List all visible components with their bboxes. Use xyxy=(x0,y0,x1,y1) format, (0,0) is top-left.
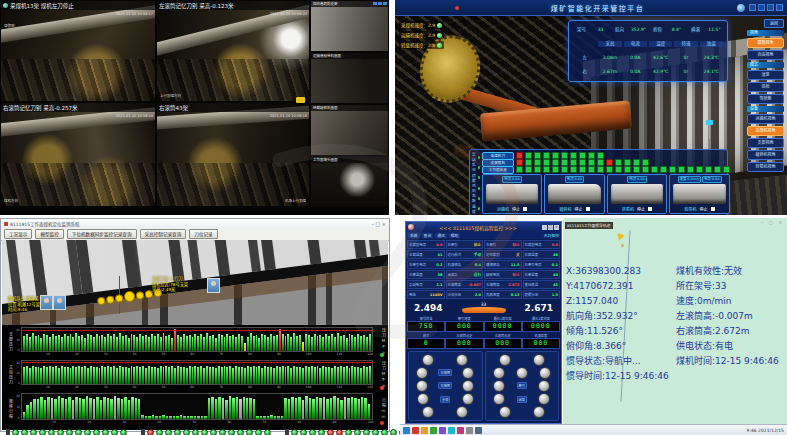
taskbar-app-icon[interactable] xyxy=(421,427,428,434)
support-dot[interactable] xyxy=(75,429,82,435)
support-dot[interactable] xyxy=(291,429,298,435)
thumbnail-camera[interactable]: 转载破碎机画面 xyxy=(311,105,388,155)
control-button[interactable] xyxy=(456,406,468,418)
taskbar-app-icon[interactable] xyxy=(403,427,410,434)
support-dot[interactable] xyxy=(48,429,55,435)
thumbnail-tool-icons[interactable] xyxy=(373,2,387,5)
control-button[interactable] xyxy=(416,367,428,379)
control-button[interactable] xyxy=(462,367,474,379)
support-dot[interactable] xyxy=(228,429,235,435)
strip-label-chip[interactable]: 工作面找直 xyxy=(482,166,514,174)
support-dot[interactable] xyxy=(102,429,109,435)
support-dot[interactable] xyxy=(300,429,307,435)
support-dot[interactable] xyxy=(246,429,253,435)
toolbar-button[interactable]: 工况显示 xyxy=(4,229,32,239)
view-button[interactable]: 采煤机视角 xyxy=(747,126,784,136)
menu-item[interactable]: 帮助 xyxy=(449,233,461,238)
support-dot[interactable] xyxy=(327,429,334,435)
machine-stop-icon[interactable] xyxy=(523,207,527,211)
operator-avatar[interactable] xyxy=(207,278,220,293)
taskbar-app-icon[interactable] xyxy=(457,427,464,434)
control-button[interactable] xyxy=(516,367,528,379)
support-dot[interactable] xyxy=(21,429,28,435)
system-tray-clock[interactable]: 9:46 2021/12/15 xyxy=(747,428,784,433)
camera-1[interactable]: 采煤机13架 煤机左刀停止 2021-01-10 10:58:17 煤壁侧 xyxy=(1,1,155,101)
view-button[interactable]: 运输机视角 xyxy=(747,114,784,124)
support-dot[interactable] xyxy=(345,429,352,435)
control-button[interactable] xyxy=(538,393,550,405)
control-button[interactable] xyxy=(533,406,545,418)
support-dot[interactable] xyxy=(12,429,19,435)
menu-item[interactable]: 系统 xyxy=(408,233,420,238)
machine-card[interactable]: 电流 0.0A转载机停止 xyxy=(607,174,668,214)
control-button[interactable] xyxy=(533,354,545,366)
panel-window-controls[interactable]: –□× xyxy=(542,225,559,230)
taskbar-app-icon[interactable] xyxy=(412,427,419,434)
taskbar-app-icon[interactable] xyxy=(439,427,446,434)
menu-item[interactable]: 查询 xyxy=(422,233,434,238)
support-dot[interactable] xyxy=(381,429,388,435)
toolbar-button[interactable]: 刀位记录 xyxy=(189,229,217,239)
control-button[interactable] xyxy=(416,380,428,392)
machine-card[interactable]: 电流 0.0A运输机停止 xyxy=(482,174,543,214)
control-button[interactable] xyxy=(422,406,434,418)
toolbar-button[interactable]: 下位机数据同步监控记录查询 xyxy=(67,229,137,239)
control-button[interactable] xyxy=(539,367,551,379)
machine-stop-icon[interactable] xyxy=(586,207,590,211)
camera-2[interactable]: 左滚筒记忆刀别 采高-0.123米 2021-01-10 10:58:20 上行… xyxy=(157,1,309,101)
control-button[interactable] xyxy=(462,393,474,405)
control-button[interactable] xyxy=(538,380,550,392)
view-button[interactable]: 支架视角 xyxy=(747,138,784,148)
taskbar-app-icon[interactable] xyxy=(448,427,455,434)
support-dot[interactable] xyxy=(372,429,379,435)
support-dot[interactable] xyxy=(84,429,91,435)
support-dot[interactable] xyxy=(219,429,226,435)
thumbnail-camera[interactable]: 回风巷超前支架 xyxy=(311,1,388,51)
support-dot[interactable] xyxy=(318,429,325,435)
control-button[interactable] xyxy=(462,380,474,392)
taskbar-app-icon[interactable] xyxy=(466,427,473,434)
taskbar-app-icon[interactable] xyxy=(475,427,482,434)
nav-window-controls[interactable]: – □ × xyxy=(761,220,784,225)
support-dot[interactable] xyxy=(165,429,172,435)
support-dot[interactable] xyxy=(39,429,46,435)
support-dot[interactable] xyxy=(57,429,64,435)
support-dot[interactable] xyxy=(192,429,199,435)
camera-4[interactable]: 右滚筒43架 2021-01-10 10:58:18 机身上行割煤 xyxy=(157,103,309,206)
support-dot[interactable] xyxy=(309,429,316,435)
machine-card[interactable]: 电流 0.0A破碎机停止 xyxy=(544,174,605,214)
machine-stop-icon[interactable] xyxy=(648,207,652,211)
support-dot[interactable] xyxy=(174,429,181,435)
support-dot[interactable] xyxy=(363,429,370,435)
crew-avatar-1[interactable] xyxy=(40,295,53,310)
view-button[interactable]: 自由视角 xyxy=(747,50,784,60)
view-button[interactable]: 破碎机视角 xyxy=(747,150,784,160)
view-button[interactable]: 转载机视角 xyxy=(747,162,784,172)
control-button[interactable] xyxy=(456,354,468,366)
support-dot[interactable] xyxy=(237,429,244,435)
view-button[interactable]: 驾驶舱 xyxy=(747,94,784,104)
taskbar-app-icon[interactable] xyxy=(430,427,437,434)
support-dot[interactable] xyxy=(390,429,397,435)
support-dot[interactable] xyxy=(354,429,361,435)
support-dot[interactable] xyxy=(120,429,127,435)
support-dot[interactable] xyxy=(336,429,343,435)
support-dot[interactable] xyxy=(255,429,262,435)
toolbar-button[interactable]: 采高控制记录查询 xyxy=(140,229,187,239)
support-dot[interactable] xyxy=(93,429,100,435)
control-button[interactable] xyxy=(493,380,505,392)
panel-titlebar[interactable]: <<< 8111815煤机远程监控 >>> –□× xyxy=(406,222,561,232)
window-controls[interactable]: – □ × xyxy=(371,221,386,227)
support-dot[interactable] xyxy=(210,429,217,435)
control-button[interactable] xyxy=(493,393,505,405)
support-dot[interactable] xyxy=(183,429,190,435)
support-dot[interactable] xyxy=(156,429,163,435)
control-button[interactable] xyxy=(499,354,511,366)
control-button[interactable] xyxy=(499,406,511,418)
machine-card[interactable]: 速度 0.0m/s电流 0.0A胶带机停止 xyxy=(669,174,730,214)
support-dot[interactable] xyxy=(264,429,271,435)
back-button[interactable]: 返回 xyxy=(764,19,784,28)
menu-item[interactable]: 通讯 xyxy=(435,233,447,238)
machine-stop-icon[interactable] xyxy=(711,207,715,211)
control-button[interactable] xyxy=(422,354,434,366)
